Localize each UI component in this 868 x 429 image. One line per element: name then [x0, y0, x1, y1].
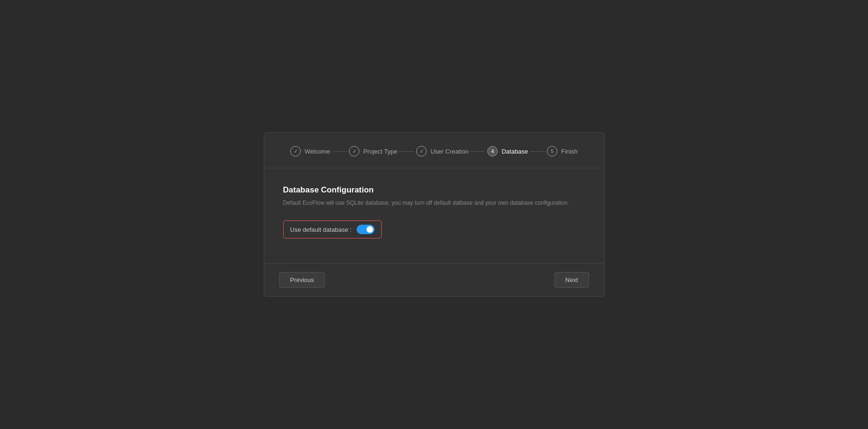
step-finish: 5 Finish: [547, 146, 578, 156]
connector-2: [399, 151, 414, 152]
default-database-toggle-row: Use default database :: [283, 220, 382, 238]
step-welcome-label: Welcome: [304, 148, 330, 155]
footer-area: Previous Next: [264, 263, 604, 296]
step-database-label: Database: [501, 148, 528, 155]
toggle-label: Use default database :: [290, 226, 352, 233]
step-user-creation: ✓ User Creation: [416, 146, 468, 156]
step-project-type-label: Project Type: [363, 148, 397, 155]
section-title: Database Configuration: [283, 185, 585, 195]
toggle-thumb: [367, 226, 373, 233]
step-database: 4 Database: [487, 146, 528, 156]
step-user-creation-icon: ✓: [416, 146, 427, 156]
default-database-toggle[interactable]: [357, 225, 375, 234]
connector-4: [530, 151, 545, 152]
steps-bar: ✓ Welcome ✓ Project Type ✓ User Creation…: [264, 133, 604, 168]
next-button[interactable]: Next: [555, 272, 589, 288]
previous-button[interactable]: Previous: [279, 272, 325, 288]
step-project-type-icon: ✓: [349, 146, 359, 156]
connector-1: [332, 151, 347, 152]
wizard-card: ✓ Welcome ✓ Project Type ✓ User Creation…: [264, 132, 605, 297]
step-finish-label: Finish: [561, 148, 578, 155]
step-finish-icon: 5: [547, 146, 557, 156]
toggle-track: [357, 225, 375, 234]
step-database-icon: 4: [487, 146, 498, 156]
step-project-type: ✓ Project Type: [349, 146, 397, 156]
connector-3: [470, 151, 485, 152]
section-description: Default EcoFlow will use SQLite database…: [283, 199, 585, 207]
step-user-creation-label: User Creation: [430, 148, 468, 155]
content-area: Database Configuration Default EcoFlow w…: [264, 168, 604, 263]
step-welcome: ✓ Welcome: [290, 146, 330, 156]
step-welcome-icon: ✓: [290, 146, 301, 156]
